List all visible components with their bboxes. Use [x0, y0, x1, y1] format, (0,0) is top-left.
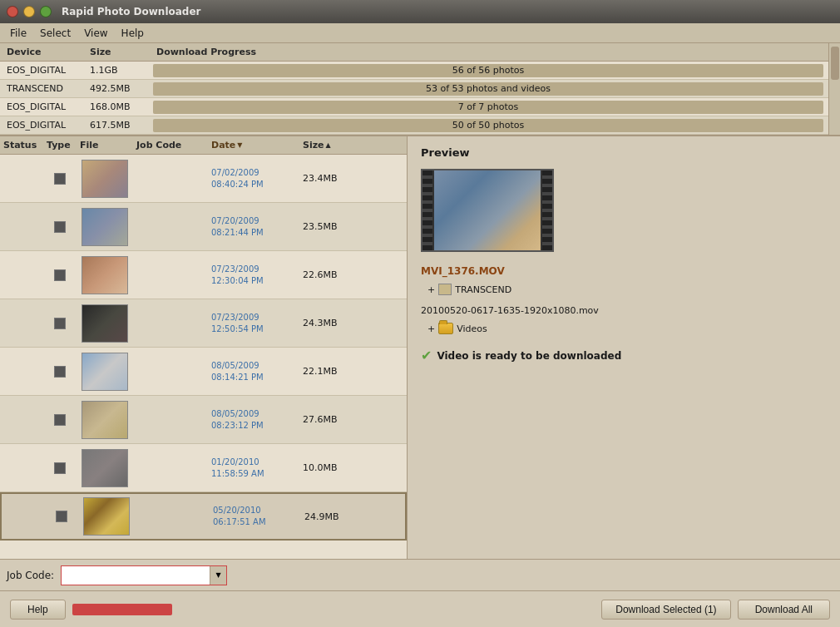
col-type[interactable]: Type	[43, 140, 77, 151]
file-row[interactable]: 01/20/201011:58:59 AM 10.0MB	[0, 444, 407, 492]
device-scrollbar[interactable]	[828, 43, 840, 135]
sort-arrow-icon: ▼	[237, 141, 242, 149]
file-size: 24.9MB	[301, 511, 368, 522]
download-selected-button[interactable]: Download Selected (1)	[601, 600, 730, 620]
preview-device-label: TRANSCEND	[455, 284, 511, 295]
device-progress: 50 of 50 photos	[153, 119, 823, 132]
plus-icon: +	[427, 284, 435, 295]
file-thumb-cell	[77, 401, 133, 439]
folder-icon	[438, 323, 453, 334]
preview-folder-label: Videos	[457, 323, 487, 334]
file-list-rows[interactable]: 07/02/200908:40:24 PM 23.4MB 07/20/20090…	[0, 155, 407, 559]
preview-status-text: Video is ready to be downloaded	[437, 350, 621, 362]
file-row[interactable]: 07/23/200912:30:04 PM 22.6MB	[0, 251, 407, 299]
file-thumb-cell	[77, 160, 133, 198]
app-title: Rapid Photo Downloader	[62, 6, 200, 17]
file-date: 07/23/200912:50:54 PM	[208, 312, 299, 335]
thumbnail	[82, 304, 128, 343]
device-name: EOS_DIGITAL	[3, 65, 86, 76]
col-progress: Download Progress	[153, 47, 837, 57]
preview-status: ✔ Video is ready to be downloaded	[421, 348, 827, 363]
menu-select[interactable]: Select	[33, 26, 77, 41]
file-type	[43, 462, 77, 474]
help-button[interactable]: Help	[10, 600, 66, 620]
preview-img-content	[434, 170, 541, 250]
file-row[interactable]: 07/23/200912:50:54 PM 24.3MB	[0, 299, 407, 348]
thumbnail	[82, 449, 128, 487]
footer-left: Help	[10, 600, 172, 620]
content-area: Status Type File Job Code Date ▼ Size ▲	[0, 136, 840, 559]
progress-text: 53 of 53 photos and videos	[426, 83, 551, 94]
file-thumb-cell	[78, 497, 135, 536]
scrollbar-thumb[interactable]	[831, 47, 839, 80]
device-table-header: Device Size Download Progress	[0, 43, 840, 62]
file-size: 27.6MB	[299, 414, 366, 425]
file-type	[43, 366, 77, 378]
thumbnail	[82, 353, 128, 391]
file-date: 08/05/200908:23:12 PM	[208, 408, 299, 432]
device-name: TRANSCEND	[3, 83, 86, 94]
device-size: 617.5MB	[86, 120, 153, 131]
file-thumb-cell	[77, 304, 133, 343]
file-date: 07/02/200908:40:24 PM	[208, 167, 299, 190]
device-row[interactable]: EOS_DIGITAL 1.1GB 56 of 56 photos	[0, 62, 840, 80]
close-button[interactable]	[7, 6, 18, 17]
col-status[interactable]: Status	[0, 140, 43, 151]
col-device: Device	[3, 47, 86, 57]
jobcode-dropdown-button[interactable]: ▼	[210, 566, 226, 585]
preview-area: Preview MVI_1376.MOV + TRANSCEND 2010052…	[408, 136, 840, 559]
titlebar: Rapid Photo Downloader	[0, 0, 840, 23]
file-size: 23.5MB	[299, 221, 366, 232]
preview-image	[421, 169, 554, 252]
col-filesize[interactable]: Size ▲	[299, 140, 366, 151]
type-icon	[54, 221, 66, 233]
device-progress: 56 of 56 photos	[153, 64, 823, 77]
thumbnail	[82, 256, 128, 294]
thumbnail	[83, 497, 130, 536]
minimize-button[interactable]	[23, 6, 35, 17]
thumbnail	[82, 160, 128, 198]
file-size: 10.0MB	[299, 462, 366, 473]
type-icon	[54, 366, 66, 378]
file-size: 23.4MB	[299, 173, 366, 184]
menubar: File Select View Help	[0, 23, 840, 43]
col-size: Size	[86, 47, 153, 57]
col-date[interactable]: Date ▼	[208, 140, 299, 151]
preview-title: Preview	[421, 146, 827, 159]
preview-device-row: + TRANSCEND	[427, 284, 827, 295]
jobcode-input[interactable]	[62, 570, 210, 580]
file-list-area: Status Type File Job Code Date ▼ Size ▲	[0, 136, 408, 559]
menu-view[interactable]: View	[77, 26, 114, 41]
progress-text: 50 of 50 photos	[452, 120, 525, 131]
col-file[interactable]: File	[77, 140, 133, 151]
device-size: 1.1GB	[86, 65, 153, 76]
progress-bar	[72, 604, 172, 615]
sort-asc-icon: ▲	[326, 141, 331, 149]
download-all-button[interactable]: Download All	[738, 600, 830, 620]
device-table: Device Size Download Progress EOS_DIGITA…	[0, 43, 840, 136]
device-row[interactable]: EOS_DIGITAL 617.5MB 50 of 50 photos	[0, 116, 840, 135]
file-date: 05/20/201006:17:51 AM	[210, 505, 301, 528]
device-row[interactable]: TRANSCEND 492.5MB 53 of 53 photos and vi…	[0, 80, 840, 98]
file-date: 07/20/200908:21:44 PM	[208, 215, 299, 239]
preview-newname: 20100520-0617-1635-1920x1080.mov	[421, 305, 827, 316]
col-jobcode[interactable]: Job Code	[133, 140, 208, 151]
type-icon	[54, 462, 66, 474]
thumbnail	[82, 401, 128, 439]
progress-text: 7 of 7 photos	[458, 101, 519, 112]
file-type	[43, 414, 77, 426]
file-row[interactable]: 07/02/200908:40:24 PM 23.4MB	[0, 155, 407, 203]
device-row[interactable]: EOS_DIGITAL 168.0MB 7 of 7 photos	[0, 98, 840, 116]
jobcode-input-wrap[interactable]: ▼	[61, 565, 227, 585]
menu-help[interactable]: Help	[115, 26, 151, 41]
file-row[interactable]: 07/20/200908:21:44 PM 23.5MB	[0, 203, 407, 251]
plus-icon-2: +	[427, 323, 435, 334]
menu-file[interactable]: File	[3, 26, 33, 41]
file-row[interactable]: 08/05/200908:14:21 PM 22.1MB	[0, 348, 407, 396]
file-row[interactable]: 08/05/200908:23:12 PM 27.6MB	[0, 396, 407, 444]
device-size: 492.5MB	[86, 83, 153, 94]
file-row[interactable]: 05/20/201006:17:51 AM 24.9MB	[0, 492, 407, 541]
type-icon	[54, 414, 66, 426]
maximize-button[interactable]	[40, 6, 52, 17]
file-date: 07/23/200912:30:04 PM	[208, 264, 299, 287]
